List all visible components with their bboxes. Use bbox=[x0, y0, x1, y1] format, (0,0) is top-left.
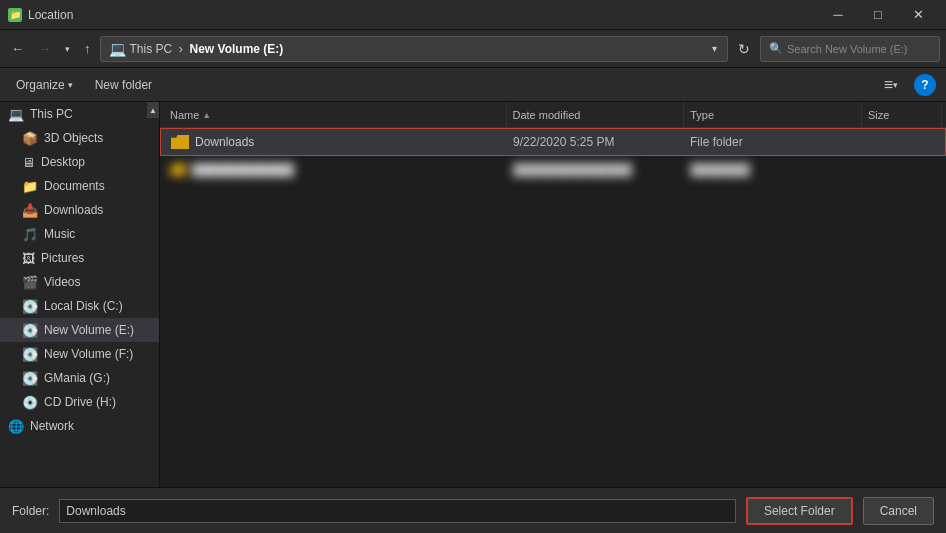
col-header-type[interactable]: Type bbox=[684, 102, 862, 127]
sidebar-item-network[interactable]: 🌐Network bbox=[0, 414, 159, 438]
file-area: Name ▲ Date modified Type Size Downloads… bbox=[160, 102, 946, 487]
footer: Folder: Select Folder Cancel bbox=[0, 487, 946, 533]
address-bar-path: This PC › New Volume (E:) bbox=[130, 42, 707, 56]
window-controls: ─ □ ✕ bbox=[818, 0, 938, 30]
sidebar-item-pictures[interactable]: 🖼Pictures bbox=[0, 246, 159, 270]
title-bar: 📁 Location ─ □ ✕ bbox=[0, 0, 946, 30]
help-button[interactable]: ? bbox=[914, 74, 936, 96]
sidebar-icon-local-disk-c: 💽 bbox=[22, 299, 38, 314]
back-button[interactable]: ← bbox=[6, 37, 29, 60]
sidebar-icon-pictures: 🖼 bbox=[22, 251, 35, 266]
sidebar-label-3d-objects: 3D Objects bbox=[44, 131, 103, 145]
sidebar-item-desktop[interactable]: 🖥Desktop bbox=[0, 150, 159, 174]
sidebar-item-cd-drive-h[interactable]: 💿CD Drive (H:) bbox=[0, 390, 159, 414]
forward-button[interactable]: → bbox=[33, 37, 56, 60]
sidebar-item-local-disk-c[interactable]: 💽Local Disk (C:) bbox=[0, 294, 159, 318]
sidebar-icon-downloads: 📥 bbox=[22, 203, 38, 218]
sidebar-item-3d-objects[interactable]: 📦3D Objects bbox=[0, 126, 159, 150]
sidebar-label-documents: Documents bbox=[44, 179, 105, 193]
file-cell-name: ████████████ bbox=[164, 163, 507, 177]
sidebar-icon-new-volume-e: 💽 bbox=[22, 323, 38, 338]
search-bar[interactable]: 🔍 Search New Volume (E:) bbox=[760, 36, 940, 62]
sidebar-icon-videos: 🎬 bbox=[22, 275, 38, 290]
toolbar: ← → ▾ ↑ 💻 This PC › New Volume (E:) ▾ ↻ … bbox=[0, 30, 946, 68]
sidebar-icon-gmania-g: 💽 bbox=[22, 371, 38, 386]
sidebar-icon-music: 🎵 bbox=[22, 227, 38, 242]
sidebar-icon-3d-objects: 📦 bbox=[22, 131, 38, 146]
col-header-name[interactable]: Name ▲ bbox=[164, 102, 507, 127]
sidebar-label-network: Network bbox=[30, 419, 74, 433]
sidebar-item-new-volume-f[interactable]: 💽New Volume (F:) bbox=[0, 342, 159, 366]
address-bar[interactable]: 💻 This PC › New Volume (E:) ▾ bbox=[100, 36, 729, 62]
sidebar-icon-documents: 📁 bbox=[22, 179, 38, 194]
sidebar-icon-new-volume-f: 💽 bbox=[22, 347, 38, 362]
new-folder-button[interactable]: New folder bbox=[89, 75, 158, 95]
sidebar-item-music[interactable]: 🎵Music bbox=[0, 222, 159, 246]
file-name-label: Downloads bbox=[195, 135, 254, 149]
cancel-button[interactable]: Cancel bbox=[863, 497, 934, 525]
search-placeholder: Search New Volume (E:) bbox=[787, 43, 907, 55]
dropdown-button[interactable]: ▾ bbox=[60, 40, 75, 58]
column-headers: Name ▲ Date modified Type Size bbox=[160, 102, 946, 128]
col-header-date[interactable]: Date modified bbox=[507, 102, 685, 127]
sidebar-label-this-pc: This PC bbox=[30, 107, 73, 121]
organize-button[interactable]: Organize ▾ bbox=[10, 75, 79, 95]
up-button[interactable]: ↑ bbox=[79, 37, 96, 60]
sidebar-scroll-up[interactable]: ▲ bbox=[147, 102, 159, 118]
folder-input[interactable] bbox=[59, 499, 736, 523]
sidebar-label-desktop: Desktop bbox=[41, 155, 85, 169]
address-dropdown-btn[interactable]: ▾ bbox=[710, 43, 719, 54]
main-layout: ▲ 💻This PC📦3D Objects🖥Desktop📁Documents📥… bbox=[0, 102, 946, 487]
file-cell-type: File folder bbox=[684, 135, 861, 149]
close-button[interactable]: ✕ bbox=[898, 0, 938, 30]
sidebar-item-documents[interactable]: 📁Documents bbox=[0, 174, 159, 198]
select-folder-button[interactable]: Select Folder bbox=[746, 497, 853, 525]
sidebar-item-videos[interactable]: 🎬Videos bbox=[0, 270, 159, 294]
sidebar: ▲ 💻This PC📦3D Objects🖥Desktop📁Documents📥… bbox=[0, 102, 160, 487]
search-icon: 🔍 bbox=[769, 42, 783, 55]
command-bar: Organize ▾ New folder ≡ ▾ ? bbox=[0, 68, 946, 102]
sidebar-label-gmania-g: GMania (G:) bbox=[44, 371, 110, 385]
sidebar-label-pictures: Pictures bbox=[41, 251, 84, 265]
address-bar-icon: 💻 bbox=[109, 41, 126, 57]
window-icon: 📁 bbox=[8, 8, 22, 22]
file-list: Downloads 9/22/2020 5:25 PM File folder … bbox=[160, 128, 946, 184]
view-button[interactable]: ≡ ▾ bbox=[878, 73, 904, 97]
folder-icon bbox=[171, 135, 189, 149]
sidebar-item-downloads[interactable]: 📥Downloads bbox=[0, 198, 159, 222]
sidebar-label-new-volume-e: New Volume (E:) bbox=[44, 323, 134, 337]
sidebar-label-local-disk-c: Local Disk (C:) bbox=[44, 299, 123, 313]
sidebar-icon-desktop: 🖥 bbox=[22, 155, 35, 170]
sidebar-item-new-volume-e[interactable]: 💽New Volume (E:) bbox=[0, 318, 159, 342]
sidebar-label-videos: Videos bbox=[44, 275, 80, 289]
sidebar-icon-network: 🌐 bbox=[8, 419, 24, 434]
sidebar-icon-cd-drive-h: 💿 bbox=[22, 395, 38, 410]
file-row-downloads[interactable]: Downloads 9/22/2020 5:25 PM File folder bbox=[160, 128, 946, 156]
file-cell-name: Downloads bbox=[165, 135, 507, 149]
refresh-button[interactable]: ↻ bbox=[732, 37, 756, 61]
sidebar-icon-this-pc: 💻 bbox=[8, 107, 24, 122]
maximize-button[interactable]: □ bbox=[858, 0, 898, 30]
file-row-blurred1[interactable]: ████████████ ██████████████ ███████ bbox=[160, 156, 946, 184]
sidebar-label-cd-drive-h: CD Drive (H:) bbox=[44, 395, 116, 409]
folder-label: Folder: bbox=[12, 504, 49, 518]
file-cell-date: 9/22/2020 5:25 PM bbox=[507, 135, 684, 149]
file-cell-type: ███████ bbox=[685, 163, 863, 177]
file-cell-date: ██████████████ bbox=[507, 163, 685, 177]
sidebar-nav: 💻This PC📦3D Objects🖥Desktop📁Documents📥Do… bbox=[0, 102, 159, 438]
col-header-size[interactable]: Size bbox=[862, 102, 942, 127]
window-title: Location bbox=[28, 8, 73, 22]
sidebar-label-new-volume-f: New Volume (F:) bbox=[44, 347, 133, 361]
sidebar-item-gmania-g[interactable]: 💽GMania (G:) bbox=[0, 366, 159, 390]
sidebar-item-this-pc[interactable]: 💻This PC bbox=[0, 102, 159, 126]
minimize-button[interactable]: ─ bbox=[818, 0, 858, 30]
sidebar-label-music: Music bbox=[44, 227, 75, 241]
sidebar-label-downloads: Downloads bbox=[44, 203, 103, 217]
